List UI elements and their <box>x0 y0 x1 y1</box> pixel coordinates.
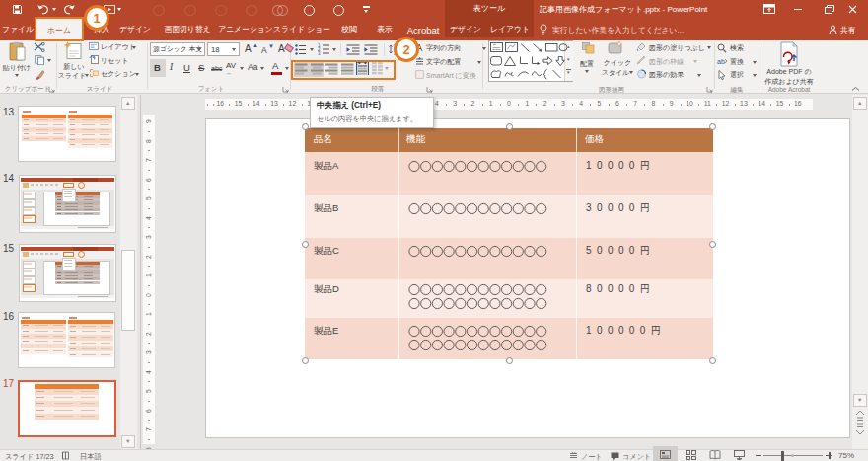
svg-text:3: 3 <box>318 51 321 56</box>
svg-text:ab: ab <box>717 58 725 65</box>
